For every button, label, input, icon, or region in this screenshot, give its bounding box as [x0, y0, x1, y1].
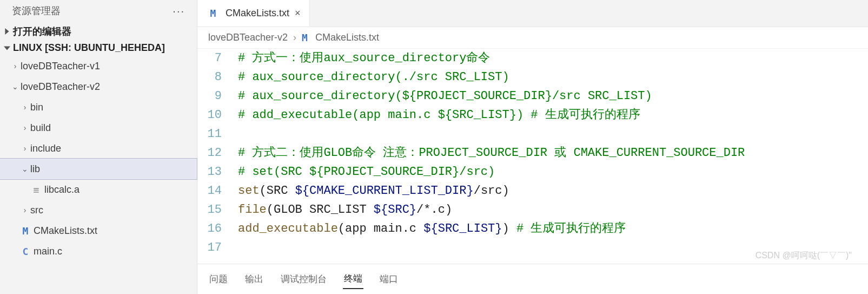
chevron-right-icon: › [19, 103, 30, 112]
close-icon[interactable]: × [294, 8, 302, 19]
code-line[interactable]: 15file(GLOB SRC_LIST ${SRC}/*.c) [197, 200, 868, 219]
code-line[interactable]: 14set(SRC ${CMAKE_CURRENT_LIST_DIR}/src) [197, 181, 868, 200]
line-content[interactable]: set(SRC ${CMAKE_CURRENT_LIST_DIR}/src) [238, 181, 868, 200]
tree-file-cmake[interactable]: M CMakeLists.txt [0, 220, 197, 241]
tree-folder-v1[interactable]: › loveDBTeacher-v1 [0, 56, 197, 76]
line-number: 13 [197, 162, 238, 181]
sidebar: 资源管理器 ··· 打开的编辑器 LINUX [SSH: UBUNTU_HEHE… [0, 0, 197, 294]
line-content[interactable]: # 方式二：使用GLOB命令 注意：PROJECT_SOURCE_DIR 或 C… [238, 143, 868, 162]
line-number: 7 [197, 49, 238, 68]
open-editors-label: 打开的编辑器 [13, 25, 71, 38]
code-line[interactable]: 11 [197, 125, 868, 143]
line-content[interactable]: add_executable(app main.c ${SRC_LIST}) #… [238, 219, 868, 238]
more-icon[interactable]: ··· [173, 5, 188, 17]
cmake-icon: M [302, 32, 308, 43]
tree-folder-v2[interactable]: ⌄ loveDBTeacher-v2 [0, 76, 197, 97]
code-line[interactable]: 17 [197, 238, 868, 257]
line-content[interactable]: # 方式一：使用aux_source_directory命令 [238, 49, 868, 68]
chevron-down-icon: ⌄ [19, 165, 30, 173]
chevron-down-icon: ⌄ [10, 82, 21, 91]
panel-tab-problems[interactable]: 问题 [208, 270, 229, 289]
panel-tab-debug[interactable]: 调试控制台 [280, 270, 328, 289]
line-number: 17 [197, 238, 238, 257]
code-line[interactable]: 8# aux_source_directory(./src SRC_LIST) [197, 68, 868, 87]
tree-folder-bin[interactable]: › bin [0, 97, 197, 117]
panel-tab-ports[interactable]: 端口 [379, 270, 399, 289]
panel-tab-terminal[interactable]: 终端 [343, 269, 363, 289]
breadcrumb-file[interactable]: CMakeLists.txt [315, 32, 379, 43]
workspace-section[interactable]: LINUX [SSH: UBUNTU_HEHEDA] [0, 40, 197, 56]
chevron-down-icon [2, 45, 12, 51]
line-number: 11 [197, 125, 238, 143]
line-content[interactable]: # set(SRC ${PROJECT_SOURCE_DIR}/src) [238, 162, 868, 181]
tab-cmakelists[interactable]: M CMakeLists.txt × [197, 0, 310, 27]
line-content[interactable] [238, 238, 868, 257]
line-content[interactable] [238, 125, 868, 143]
chevron-right-icon: › [19, 144, 30, 153]
line-number: 10 [197, 106, 238, 125]
chevron-right-icon: › [19, 206, 30, 214]
sidebar-header: 资源管理器 ··· [0, 0, 197, 23]
c-file-icon: C [19, 246, 31, 257]
code-line[interactable]: 16add_executable(app main.c ${SRC_LIST})… [197, 219, 868, 238]
tree-folder-include[interactable]: › include [0, 138, 197, 159]
line-content[interactable]: # add_executable(app main.c ${SRC_LIST})… [238, 106, 868, 125]
cmake-icon: M [19, 225, 31, 237]
line-number: 9 [197, 87, 238, 106]
code-line[interactable]: 10# add_executable(app main.c ${SRC_LIST… [197, 106, 868, 125]
line-number: 12 [197, 143, 238, 162]
line-number: 15 [197, 200, 238, 219]
explorer-title: 资源管理器 [12, 4, 61, 17]
code-editor[interactable]: 7# 方式一：使用aux_source_directory命令8# aux_so… [197, 49, 868, 264]
workspace-label: LINUX [SSH: UBUNTU_HEHEDA] [13, 42, 165, 54]
tab-bar: M CMakeLists.txt × [197, 0, 868, 27]
tree-file-mainc[interactable]: C main.c [0, 241, 197, 262]
chevron-right-icon: › [19, 123, 30, 132]
open-editors-section[interactable]: 打开的编辑器 [0, 23, 197, 40]
main-area: M CMakeLists.txt × loveDBTeacher-v2 › M … [197, 0, 868, 294]
line-content[interactable]: # aux_source_directory(${PROJECT_SOURCE_… [238, 87, 868, 106]
cmake-icon: M [207, 8, 219, 19]
chevron-right-icon: › [293, 32, 296, 43]
tree-folder-src[interactable]: › src [0, 200, 197, 220]
code-line[interactable]: 12# 方式二：使用GLOB命令 注意：PROJECT_SOURCE_DIR 或… [197, 143, 868, 162]
breadcrumb[interactable]: loveDBTeacher-v2 › M CMakeLists.txt [197, 27, 868, 49]
line-content[interactable]: file(GLOB SRC_LIST ${SRC}/*.c) [238, 200, 868, 219]
bottom-panel: 问题 输出 调试控制台 终端 端口 [197, 264, 868, 294]
line-number: 8 [197, 68, 238, 87]
file-icon: ≡ [30, 184, 42, 195]
chevron-right-icon: › [10, 62, 21, 70]
tree-folder-build[interactable]: › build [0, 117, 197, 138]
panel-tab-output[interactable]: 输出 [244, 270, 264, 289]
line-number: 16 [197, 219, 238, 238]
line-number: 14 [197, 181, 238, 200]
code-line[interactable]: 7# 方式一：使用aux_source_directory命令 [197, 49, 868, 68]
code-line[interactable]: 9# aux_source_directory(${PROJECT_SOURCE… [197, 87, 868, 106]
tab-label: CMakeLists.txt [226, 8, 289, 19]
file-tree: › loveDBTeacher-v1 ⌄ loveDBTeacher-v2 › … [0, 56, 197, 262]
line-content[interactable]: # aux_source_directory(./src SRC_LIST) [238, 68, 868, 87]
chevron-right-icon [2, 28, 12, 35]
tree-file-libcalc[interactable]: ≡ libcalc.a [0, 179, 197, 200]
breadcrumb-root[interactable]: loveDBTeacher-v2 [208, 32, 288, 43]
code-line[interactable]: 13# set(SRC ${PROJECT_SOURCE_DIR}/src) [197, 162, 868, 181]
tree-folder-lib[interactable]: ⌄ lib [0, 159, 197, 179]
